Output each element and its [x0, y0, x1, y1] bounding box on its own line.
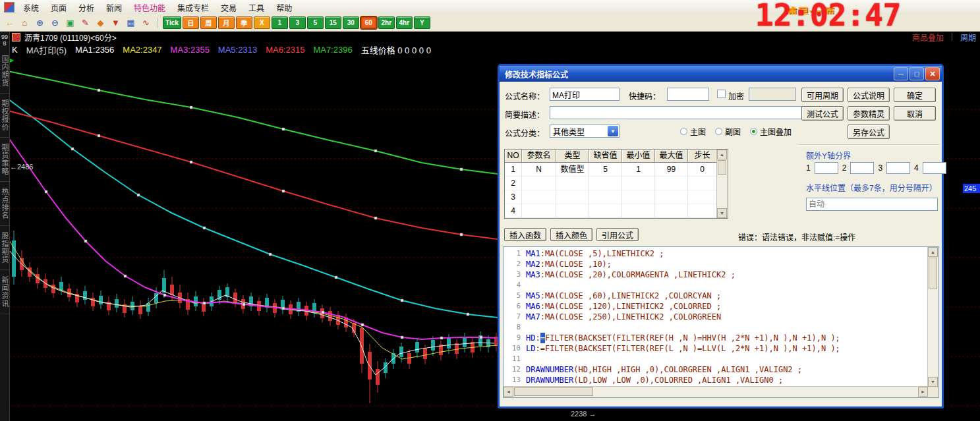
cancel-button[interactable]: 取消 — [894, 106, 936, 121]
ok-button[interactable]: 确定 — [894, 88, 936, 102]
radio-副图[interactable]: 副图 — [715, 126, 741, 137]
period-button-周[interactable]: 周 — [200, 16, 217, 29]
edit-pencil-icon[interactable]: ✎ — [78, 16, 92, 30]
insert-function-button[interactable]: 插入函数 — [504, 228, 546, 241]
period-button-X[interactable]: X — [254, 16, 270, 29]
encrypt-checkbox[interactable] — [717, 90, 726, 98]
y-axis-input-2[interactable] — [850, 162, 874, 174]
menu-item[interactable]: 工具 — [243, 0, 270, 15]
period-button-4hr[interactable]: 4hr — [396, 16, 413, 29]
formula-help-button[interactable]: 公式说明 — [848, 88, 890, 102]
period-button-5[interactable]: 5 — [307, 16, 324, 29]
table-row[interactable]: 2 — [505, 177, 728, 190]
period-button-日[interactable]: 日 — [183, 16, 199, 29]
scroll-down-icon[interactable]: ▼ — [928, 377, 938, 387]
period-button-1[interactable]: 1 — [272, 16, 288, 29]
editor-hscrollbar[interactable]: ◄ ► — [504, 386, 928, 397]
copy-icon[interactable]: ▣ — [63, 16, 77, 30]
code-line[interactable]: 3MA3:MA(CLOSE ,20),COLORMAGENTA ,LINETHI… — [504, 269, 928, 280]
scroll-up-icon[interactable]: ▲ — [928, 247, 938, 257]
code-area[interactable]: 1MA1:MA(CLOSE ,5),LINETHICK2 ;2MA2:MA(CL… — [504, 248, 928, 387]
ref-formula-button[interactable]: 引用公式 — [596, 228, 639, 241]
code-line[interactable]: 5MA5:MA(CLOSE ,60),LINETHICK2 ,COLORCYAN… — [504, 291, 928, 301]
menu-item[interactable]: 交易 — [215, 0, 243, 15]
menu-item[interactable]: 分析 — [72, 0, 100, 15]
code-line[interactable]: 7MA7:MA(CLOSE ,250),LINETHICK2 ,COLORGRE… — [504, 312, 928, 322]
back-icon[interactable]: ← — [3, 16, 16, 30]
sidebar-item-新闻资讯[interactable]: 新闻资讯 — [0, 270, 10, 314]
scroll-left-icon[interactable]: ◄ — [504, 387, 513, 397]
y-axis-input-3[interactable] — [886, 162, 910, 174]
home-icon[interactable]: ⌂ — [18, 16, 32, 30]
sidebar-item-股指期货[interactable]: 股指期货 — [0, 226, 10, 270]
usable-period-button[interactable]: 可用周期 — [801, 88, 844, 102]
close-button[interactable]: ✕ — [925, 67, 940, 80]
y-axis-input-1[interactable] — [815, 162, 838, 174]
period-button-季[interactable]: 季 — [236, 16, 252, 29]
radio-主图叠加[interactable]: 主图叠加 — [750, 126, 792, 137]
code-line[interactable]: 12DRAWNUMBER(HD,HIGH ,HIGH ,0),COLORGREE… — [504, 364, 928, 375]
period-button-3[interactable]: 3 — [289, 16, 306, 29]
period-button-2hr[interactable]: 2hr — [378, 16, 395, 29]
hotkey-input[interactable] — [667, 88, 709, 101]
zoom-out-icon[interactable]: ⊖ — [48, 16, 62, 30]
code-line[interactable]: 1MA1:MA(CLOSE ,5),LINETHICK2 ; — [504, 248, 928, 259]
insert-color-button[interactable]: 插入颜色 — [550, 228, 592, 241]
period-button-15[interactable]: 15 — [325, 16, 341, 29]
param-table-scrollbar[interactable]: ▲ ▼ — [716, 150, 728, 218]
menu-item[interactable]: 页面 — [45, 0, 72, 15]
code-line[interactable]: 2MA2:MA(CLOSE ,10); — [504, 259, 928, 269]
test-formula-button[interactable]: 测试公式 — [801, 106, 844, 121]
minimize-button[interactable]: ─ — [894, 67, 908, 80]
period-button-Y[interactable]: Y — [414, 16, 430, 29]
trend-line-icon[interactable]: ∿ — [139, 16, 153, 30]
hline-input[interactable] — [806, 198, 938, 211]
table-row[interactable]: 4 — [505, 204, 728, 218]
paint-icon[interactable]: ◆ — [94, 16, 107, 30]
editor-vscrollbar[interactable]: ▲ ▼ — [927, 247, 938, 387]
code-line[interactable]: 9HD:=FILTER(BACKSET(FILTER(REF(H ,N )=HH… — [504, 333, 928, 343]
category-select[interactable]: 其他类型 ▼ — [550, 125, 620, 138]
scroll-right-icon[interactable]: ► — [918, 387, 928, 397]
menu-item[interactable]: 集成专栏 — [171, 0, 215, 15]
dialog-titlebar[interactable]: 修改技术指标公式 ─ □ ✕ — [500, 66, 942, 82]
code-line[interactable]: 6MA6:MA(CLOSE ,120),LINETHICK2 ,COLORRED… — [504, 301, 928, 312]
expand-arrow-icon[interactable]: ▶ — [10, 57, 14, 63]
period-button-60[interactable]: 60 — [360, 16, 377, 29]
radio-主图[interactable]: 主图 — [680, 126, 706, 137]
filter-icon[interactable]: ▼ — [109, 16, 123, 30]
sidebar-item-期货策略[interactable]: 期货策略 — [0, 138, 10, 182]
period-button-Tick[interactable]: Tick — [163, 16, 181, 29]
scroll-down-icon[interactable]: ▼ — [717, 208, 727, 218]
maximize-button[interactable]: □ — [909, 67, 924, 80]
sidebar-item-热点排名[interactable]: 热点排名 — [0, 182, 10, 226]
param-wizard-button[interactable]: 参数精灵 — [848, 106, 890, 121]
formula-code-editor[interactable]: 1MA1:MA(CLOSE ,5),LINETHICK2 ;2MA2:MA(CL… — [503, 246, 939, 398]
code-line[interactable]: 11 — [504, 354, 928, 364]
period-button-月[interactable]: 月 — [218, 16, 235, 29]
menu-item[interactable]: 帮助 — [270, 0, 298, 15]
sidebar-item-国内期货[interactable]: 国内期货 — [0, 49, 10, 94]
code-line[interactable]: 10LD:=FILTER(BACKSET(FILTER(REF(L ,N )=L… — [504, 343, 928, 354]
code-line[interactable]: 8 — [504, 322, 928, 333]
description-input[interactable] — [550, 106, 817, 119]
menu-item[interactable]: 新闻 — [100, 0, 128, 15]
y-axis-input-4[interactable] — [923, 162, 946, 174]
quote-table-icon[interactable]: ▦ — [124, 16, 138, 30]
period-button-30[interactable]: 30 — [343, 16, 359, 29]
scroll-thumb[interactable] — [514, 387, 593, 396]
menu-item[interactable]: 特色功能 — [128, 0, 171, 15]
overlay-link[interactable]: 商品叠加 — [912, 32, 944, 43]
code-line[interactable]: 13DRAWNUMBER(LD,LOW ,LOW ,0),COLORRED ,A… — [504, 375, 928, 385]
zoom-in-icon[interactable]: ⊕ — [33, 16, 47, 30]
menu-item[interactable]: 系统 — [17, 0, 45, 15]
scroll-up-icon[interactable]: ▲ — [717, 150, 727, 159]
sidebar-item-期权报价[interactable]: 期权报价 — [0, 94, 10, 138]
table-row[interactable]: 3 — [505, 190, 728, 204]
table-row[interactable]: 1N数值型51990 — [505, 163, 728, 177]
formula-name-input[interactable] — [550, 88, 620, 101]
scroll-thumb[interactable] — [929, 258, 937, 289]
save-as-button[interactable]: 另存公式 — [848, 125, 890, 139]
period-link[interactable]: 周期 — [960, 32, 976, 43]
scroll-thumb[interactable] — [718, 160, 726, 175]
